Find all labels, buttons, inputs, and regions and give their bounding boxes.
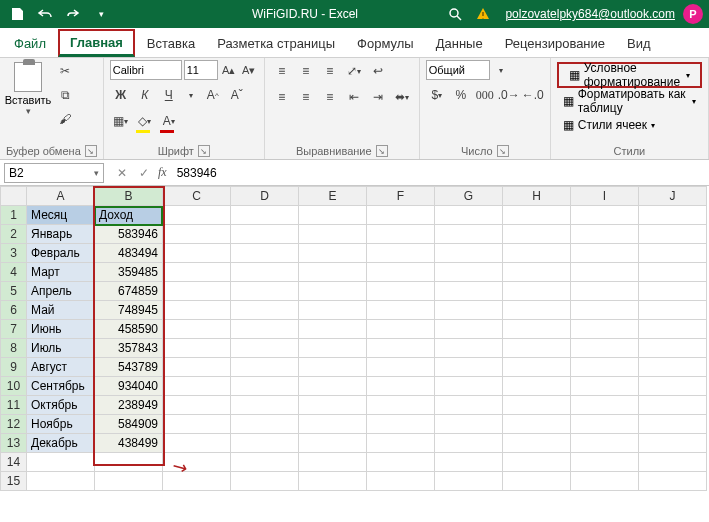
cell[interactable]: Апрель [27,282,95,301]
cell[interactable] [367,244,435,263]
cell[interactable] [231,301,299,320]
row-header[interactable]: 1 [1,206,27,225]
cell[interactable] [231,377,299,396]
cell[interactable] [231,263,299,282]
cell[interactable] [299,453,367,472]
row-header[interactable]: 10 [1,377,27,396]
select-all-corner[interactable] [1,187,27,206]
cell[interactable] [231,225,299,244]
cell[interactable] [299,472,367,491]
cell[interactable]: Декабрь [27,434,95,453]
cell[interactable] [231,206,299,225]
fx-icon[interactable]: fx [158,165,167,180]
align-top-icon[interactable]: ≡ [271,60,293,82]
cell[interactable] [435,339,503,358]
cell[interactable]: Сентябрь [27,377,95,396]
cell[interactable] [503,320,571,339]
cell[interactable]: 584909 [95,415,163,434]
underline-dropdown-icon[interactable]: ▾ [182,86,200,104]
cell[interactable] [367,377,435,396]
cell[interactable] [639,377,707,396]
cell[interactable] [571,282,639,301]
cell[interactable] [163,244,231,263]
cell[interactable] [299,377,367,396]
column-header-A[interactable]: A [27,187,95,206]
shrink-font-icon[interactable]: A▾ [240,61,258,79]
tab-formulas[interactable]: Формулы [347,30,424,57]
row-header[interactable]: 4 [1,263,27,282]
cell[interactable] [163,358,231,377]
user-email[interactable]: polzovatelpky684@outlook.com [505,7,675,21]
cell[interactable] [435,453,503,472]
cell[interactable] [367,358,435,377]
cell[interactable] [639,415,707,434]
cancel-entry-icon[interactable]: ✕ [112,163,132,183]
row-header[interactable]: 9 [1,358,27,377]
cell[interactable] [571,453,639,472]
cell[interactable] [503,206,571,225]
cell[interactable]: 359485 [95,263,163,282]
cell[interactable] [435,415,503,434]
cell[interactable] [639,206,707,225]
cell[interactable] [299,434,367,453]
cell[interactable] [299,263,367,282]
cell[interactable] [163,434,231,453]
cell[interactable] [503,301,571,320]
tab-page-layout[interactable]: Разметка страницы [207,30,345,57]
decrease-indent-icon[interactable]: ⇤ [343,86,365,108]
cell[interactable] [299,282,367,301]
row-header[interactable]: 7 [1,320,27,339]
cell[interactable]: 674859 [95,282,163,301]
cell[interactable] [503,282,571,301]
underline-button[interactable]: Ч [158,84,180,106]
font-name-select[interactable] [110,60,182,80]
cell[interactable] [571,377,639,396]
cell[interactable] [503,396,571,415]
cell[interactable]: 238949 [95,396,163,415]
alignment-launcher-icon[interactable]: ↘ [376,145,388,157]
cell[interactable] [639,472,707,491]
cell[interactable] [163,263,231,282]
accounting-format-icon[interactable]: $▾ [426,84,448,106]
increase-indent-icon[interactable]: ⇥ [367,86,389,108]
grow-font-icon[interactable]: A▴ [220,61,238,79]
cell[interactable]: 543789 [95,358,163,377]
align-left-icon[interactable]: ≡ [271,86,293,108]
row-header[interactable]: 14 [1,453,27,472]
cell[interactable] [231,244,299,263]
font-color-icon[interactable]: A▾ [158,110,180,132]
bold-button[interactable]: Ж [110,84,132,106]
cell[interactable] [571,434,639,453]
cell[interactable] [503,244,571,263]
cell[interactable] [503,339,571,358]
cell[interactable] [435,282,503,301]
orientation-icon[interactable]: ⤢▾ [343,60,365,82]
cell[interactable] [639,282,707,301]
avatar[interactable]: P [683,4,703,24]
cell[interactable] [503,377,571,396]
cell[interactable] [571,415,639,434]
cell[interactable] [503,472,571,491]
cell[interactable] [163,415,231,434]
cell[interactable] [299,339,367,358]
name-box[interactable]: B2 ▾ [4,163,104,183]
cell[interactable] [231,320,299,339]
row-header[interactable]: 11 [1,396,27,415]
align-center-icon[interactable]: ≡ [295,86,317,108]
number-format-dropdown-icon[interactable]: ▾ [492,61,510,79]
cell[interactable] [367,301,435,320]
cell[interactable] [435,320,503,339]
save-icon[interactable] [6,3,28,25]
cell[interactable] [367,263,435,282]
cell[interactable] [503,453,571,472]
percent-format-icon[interactable]: % [450,84,472,106]
cell[interactable] [571,206,639,225]
number-format-select[interactable] [426,60,490,80]
format-painter-icon[interactable]: 🖌 [54,108,76,130]
font-increase-a-icon[interactable]: A^ [202,84,224,106]
cell[interactable]: Июль [27,339,95,358]
comma-format-icon[interactable]: 000 [474,84,496,106]
cell[interactable]: 934040 [95,377,163,396]
tab-review[interactable]: Рецензирование [495,30,615,57]
cell[interactable]: 583946 [95,225,163,244]
